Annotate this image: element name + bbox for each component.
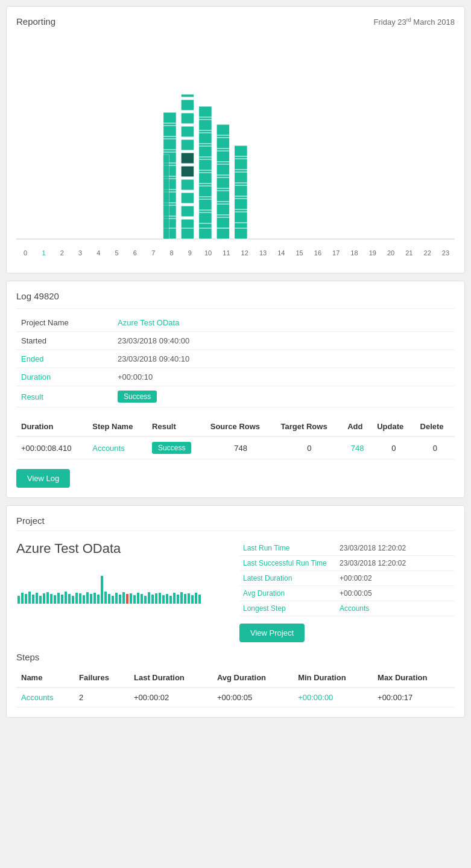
svg-rect-37: [217, 138, 230, 148]
table-row: +00:00:08.410 Accounts Success 748 0 748…: [16, 436, 455, 459]
svg-rect-12: [181, 94, 194, 97]
svg-rect-60: [36, 593, 38, 604]
row-result-badge: Success: [152, 442, 191, 454]
result-badge: Success: [118, 391, 157, 403]
chart-x-axis: 0 1 2 3 4 5 6 7 8 9 10 11 12 13 14 15 16…: [16, 247, 455, 257]
table-row: Latest Duration +00:00:02: [239, 571, 455, 586]
svg-rect-63: [46, 592, 49, 604]
svg-rect-26: [199, 120, 212, 130]
steps-title: Steps: [16, 652, 455, 662]
svg-rect-34: [199, 228, 212, 239]
svg-rect-2: [163, 112, 177, 123]
svg-rect-78: [101, 576, 103, 604]
col-max-duration: Max Duration: [373, 668, 455, 688]
svg-rect-89: [141, 594, 143, 604]
svg-rect-101: [184, 594, 186, 604]
table-row: Result Success: [16, 386, 455, 407]
row-add: 748: [343, 436, 372, 459]
svg-rect-38: [217, 151, 230, 162]
svg-rect-77: [97, 595, 100, 604]
svg-rect-33: [199, 212, 212, 223]
row-delete: 0: [416, 436, 455, 459]
steps-table: Name Failures Last Duration Avg Duration…: [16, 668, 455, 707]
svg-rect-20: [181, 193, 194, 203]
col-duration: Duration: [16, 417, 87, 436]
svg-rect-97: [169, 596, 172, 604]
svg-rect-99: [177, 595, 179, 604]
svg-rect-80: [108, 594, 110, 604]
svg-rect-61: [39, 596, 42, 604]
svg-rect-47: [235, 159, 248, 170]
svg-rect-46: [235, 145, 248, 156]
longest-step-link[interactable]: Accounts: [340, 604, 369, 613]
bar-11: [217, 124, 230, 239]
svg-rect-93: [155, 593, 157, 604]
svg-rect-86: [130, 593, 132, 604]
col-step-name: Step Name: [87, 417, 147, 436]
svg-rect-27: [199, 133, 212, 144]
svg-rect-17: [181, 153, 194, 164]
table-row: Ended 23/03/2018 09:40:10: [16, 350, 455, 368]
view-log-button[interactable]: View Log: [16, 469, 70, 488]
step-name-link[interactable]: Accounts: [92, 444, 124, 453]
svg-rect-52: [235, 228, 248, 239]
svg-rect-39: [217, 164, 230, 175]
svg-rect-13: [181, 100, 194, 110]
svg-rect-30: [199, 173, 212, 183]
svg-rect-28: [199, 146, 212, 157]
project-name-link[interactable]: Azure Test OData: [118, 318, 179, 327]
svg-rect-55: [17, 596, 20, 604]
hour-chart: 0 1 2 3 4 5 6 7 8 9 10 11 12 13 14 15 16…: [16, 34, 455, 263]
svg-rect-59: [32, 595, 34, 604]
svg-rect-104: [195, 593, 197, 604]
svg-rect-19: [181, 179, 194, 190]
svg-rect-79: [104, 592, 107, 604]
svg-rect-66: [57, 593, 60, 604]
view-project-button[interactable]: View Project: [239, 624, 305, 642]
svg-rect-25: [199, 106, 212, 117]
svg-rect-48: [235, 172, 248, 183]
report-date: Friday 23rd March 2018: [374, 17, 455, 27]
row-result: Success: [147, 436, 206, 459]
row-duration: +00:00:08.410: [16, 436, 87, 459]
table-row: Longest Step Accounts: [239, 601, 455, 616]
bar-8b: [163, 155, 169, 239]
col-add: Add: [343, 417, 372, 436]
svg-rect-72: [79, 593, 81, 604]
step-link[interactable]: Accounts: [21, 693, 53, 702]
log-info-table: Project Name Azure Test OData Started 23…: [16, 314, 455, 407]
bar-12: [235, 145, 248, 239]
mini-chart: [16, 563, 203, 605]
svg-rect-43: [217, 217, 230, 228]
svg-rect-64: [50, 594, 52, 604]
svg-rect-56: [21, 593, 24, 604]
min-duration-link[interactable]: +00:00:00: [298, 693, 333, 702]
project-name: Azure Test OData: [16, 541, 227, 557]
svg-rect-40: [217, 177, 230, 188]
svg-rect-57: [25, 594, 27, 604]
svg-rect-32: [199, 199, 212, 210]
svg-rect-21: [181, 206, 194, 217]
svg-rect-105: [198, 595, 201, 604]
col-delete: Delete: [416, 417, 455, 436]
svg-rect-85: [126, 594, 128, 604]
svg-rect-53: [163, 155, 169, 239]
svg-rect-81: [112, 596, 114, 604]
svg-rect-62: [43, 593, 45, 604]
svg-rect-18: [181, 166, 194, 177]
col-result: Result: [147, 417, 206, 436]
svg-rect-49: [235, 185, 248, 196]
svg-rect-91: [148, 592, 150, 604]
table-row: Project Name Azure Test OData: [16, 314, 455, 332]
svg-rect-69: [68, 594, 71, 604]
svg-rect-83: [119, 595, 121, 604]
table-row: Last Run Time 23/03/2018 12:20:02: [239, 541, 455, 556]
svg-rect-96: [166, 594, 168, 604]
page-title: Reporting: [16, 16, 55, 27]
svg-rect-76: [93, 593, 96, 604]
project-stats-table: Last Run Time 23/03/2018 12:20:02 Last S…: [239, 541, 455, 616]
row-update: 0: [372, 436, 415, 459]
row-target-rows: 0: [276, 436, 343, 459]
svg-rect-87: [133, 595, 136, 604]
table-row: Started 23/03/2018 09:40:00: [16, 332, 455, 350]
